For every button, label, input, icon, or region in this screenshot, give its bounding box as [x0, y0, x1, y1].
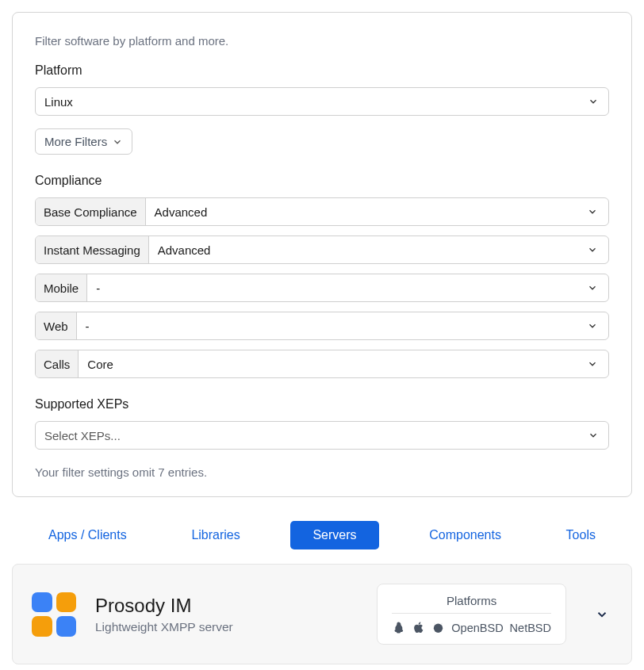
more-filters-button[interactable]: More Filters [35, 128, 132, 155]
platform-text-netbsd: NetBSD [510, 622, 551, 634]
filter-panel: Filter software by platform and more. Pl… [12, 12, 632, 497]
linux-icon [392, 621, 405, 634]
platform-select[interactable]: Linux [35, 87, 609, 116]
chevron-down-icon [587, 244, 598, 255]
compliance-select-value: - [86, 320, 90, 333]
prosody-app-icon [32, 592, 76, 637]
tab-servers[interactable]: Servers [290, 521, 378, 549]
xeps-select[interactable]: Select XEPs... [35, 421, 609, 450]
filter-omit-text: Your filter settings omit 7 entries. [35, 465, 609, 479]
compliance-select-mobile[interactable]: - [87, 274, 608, 301]
expand-card-button[interactable] [595, 607, 609, 622]
chevron-down-icon [587, 320, 598, 331]
chevron-down-icon [112, 136, 123, 147]
compliance-select-base[interactable]: Advanced [146, 198, 608, 225]
tab-apps-clients[interactable]: Apps / Clients [34, 521, 141, 549]
filter-intro-text: Filter software by platform and more. [35, 34, 609, 48]
chevron-down-icon [587, 358, 598, 369]
tab-tools[interactable]: Tools [552, 521, 610, 549]
compliance-row-mobile: Mobile - [35, 274, 609, 302]
platform-select-value: Linux [44, 95, 73, 109]
compliance-row-base: Base Compliance Advanced [35, 197, 609, 226]
platform-text-openbsd: OpenBSD [451, 622, 503, 634]
platform-label: Platform [35, 63, 609, 78]
compliance-select-value: Advanced [155, 205, 208, 219]
svg-point-0 [434, 624, 443, 633]
result-card[interactable]: Prosody IM Lightweight XMPP server Platf… [12, 564, 632, 664]
compliance-select-value: Advanced [158, 243, 211, 257]
result-subtitle: Lightweight XMPP server [95, 620, 358, 634]
xeps-section: Supported XEPs Select XEPs... [35, 397, 609, 450]
compliance-label: Compliance [35, 174, 609, 188]
compliance-row-label: Instant Messaging [36, 236, 149, 263]
compliance-row-label: Calls [36, 350, 79, 377]
tab-components[interactable]: Components [415, 521, 516, 549]
compliance-select-value: Core [87, 358, 113, 371]
xeps-label: Supported XEPs [35, 397, 609, 412]
apple-icon [412, 621, 425, 634]
chevron-down-icon [587, 282, 598, 293]
freebsd-icon [431, 621, 445, 634]
compliance-group: Base Compliance Advanced Instant Messagi… [35, 197, 609, 378]
compliance-row-label: Base Compliance [36, 198, 146, 225]
compliance-select-calls[interactable]: Core [79, 350, 608, 377]
result-main: Prosody IM Lightweight XMPP server [95, 595, 358, 634]
compliance-select-web[interactable]: - [77, 312, 608, 339]
platforms-row: OpenBSD NetBSD [392, 621, 551, 634]
result-title: Prosody IM [95, 595, 358, 617]
platforms-box: Platforms OpenBSD NetBSD [377, 584, 566, 645]
platforms-heading: Platforms [392, 594, 551, 614]
chevron-down-icon [587, 206, 598, 217]
xeps-placeholder: Select XEPs... [44, 429, 121, 442]
more-filters-label: More Filters [44, 135, 107, 148]
compliance-row-label: Mobile [36, 274, 87, 301]
compliance-row-label: Web [36, 312, 77, 339]
compliance-select-value: - [96, 281, 100, 295]
tab-libraries[interactable]: Libraries [177, 521, 254, 549]
compliance-row-im: Instant Messaging Advanced [35, 235, 609, 264]
compliance-row-calls: Calls Core [35, 350, 609, 378]
category-tabs: Apps / Clients Libraries Servers Compone… [34, 521, 610, 549]
compliance-select-im[interactable]: Advanced [149, 236, 608, 263]
compliance-row-web: Web - [35, 312, 609, 340]
